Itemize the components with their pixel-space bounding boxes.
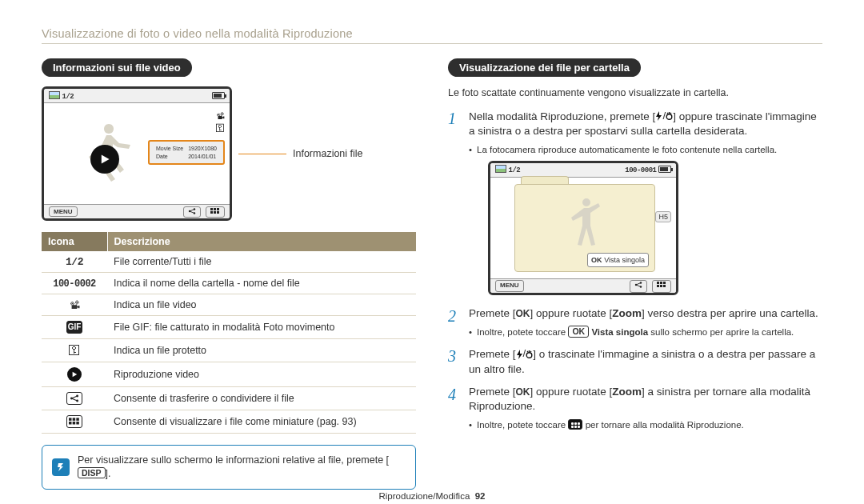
divider <box>42 43 822 44</box>
section-heading-left: Informazioni sui file video <box>42 58 192 77</box>
battery-icon <box>658 166 671 173</box>
svg-rect-26 <box>660 285 662 287</box>
disp-button: DISP <box>78 467 106 479</box>
thumbnails-icon[interactable] <box>206 206 225 218</box>
svg-rect-13 <box>73 418 76 421</box>
table-row: Consente di trasferire o condividere il … <box>42 387 416 410</box>
menu-button[interactable]: MENU <box>495 280 524 292</box>
share-icon <box>66 392 82 405</box>
counter-icon: 1/2 <box>66 256 83 268</box>
person-silhouette <box>567 195 606 258</box>
play-icon <box>67 367 82 382</box>
landscape-icon <box>495 165 506 173</box>
svg-rect-17 <box>76 422 79 425</box>
landscape-icon <box>49 91 60 99</box>
col-icona: Icona <box>42 232 107 251</box>
sub-bullet: Inoltre, potete toccare per tornare alla… <box>469 418 822 431</box>
table-row: ⚿Indica un file protetto <box>42 339 416 362</box>
step-3: Premete [/] o trascinate l'immagine a si… <box>448 346 822 377</box>
table-row: 100-0002Indica il nome della cartella - … <box>42 273 416 294</box>
gif-icon: GIF <box>66 321 82 334</box>
single-view-button[interactable]: OK Vista singola <box>587 253 649 267</box>
play-icon[interactable] <box>90 145 119 174</box>
svg-rect-7 <box>214 211 216 214</box>
intro-text: Le foto scattate continuamente vengono v… <box>448 86 822 101</box>
table-row: 📽Indica un file video <box>42 294 416 316</box>
movie-camera-icon: 📽 <box>216 111 225 121</box>
note-text-post: ]. <box>106 468 111 479</box>
svg-rect-24 <box>663 282 666 284</box>
lock-key-icon: ⚿ <box>215 122 225 134</box>
svg-rect-27 <box>663 285 666 287</box>
section-heading-right: Visualizzazione dei file per cartella <box>448 58 641 77</box>
step-4: Premete [OK] oppure ruotate [Zoom] a sin… <box>448 385 822 432</box>
movie-camera-icon: 📽 <box>70 299 80 311</box>
svg-rect-16 <box>73 422 76 425</box>
icon-description-table: Icona Descrizione 1/2File corrente/Tutti… <box>42 232 416 434</box>
ok-button: OK <box>516 386 530 398</box>
share-icon[interactable] <box>630 280 647 293</box>
svg-rect-8 <box>217 211 219 214</box>
svg-rect-14 <box>76 418 79 421</box>
svg-rect-4 <box>214 208 216 210</box>
video-counter: 1/2 <box>62 93 74 101</box>
svg-rect-23 <box>660 282 662 284</box>
svg-rect-12 <box>69 418 72 421</box>
callout-label: Informazioni file <box>293 148 363 159</box>
svg-rect-22 <box>657 282 659 284</box>
col-descrizione: Descrizione <box>107 232 416 251</box>
step-2: Premete [OK] oppure ruotate [Zoom] verso… <box>448 306 822 338</box>
svg-rect-6 <box>210 211 213 214</box>
svg-rect-25 <box>657 285 659 287</box>
table-row: Riproduzione video <box>42 362 416 387</box>
step-1: Nella modalità Riproduzione, premete [/]… <box>448 109 822 299</box>
folder-file-number: 100-0001 <box>625 166 656 174</box>
thumbnails-icon <box>66 415 82 428</box>
battery-icon <box>212 92 225 99</box>
folder-preview-thumbnail: 1/2 100-0001 OK Vista singola <box>488 161 678 295</box>
flash-timer-icon: / <box>516 346 534 361</box>
share-icon[interactable] <box>183 206 201 218</box>
page-footer: Riproduzione/Modifica 92 <box>0 491 864 501</box>
steps-list: Nella modalità Riproduzione, premete [/]… <box>448 109 822 432</box>
thumbnails-icon[interactable] <box>652 280 671 293</box>
thumbnails-icon <box>568 419 582 430</box>
video-preview-thumbnail: 1/2 📽 ⚿ Movie Size192 <box>42 86 232 221</box>
folder-file-number-icon: 100-0002 <box>53 278 96 290</box>
info-icon <box>52 458 70 476</box>
folder-counter: 1/2 <box>509 166 521 174</box>
table-row: Consente di visualizzare i file come min… <box>42 410 416 434</box>
svg-point-18 <box>666 114 672 119</box>
ok-button: OK <box>568 326 589 338</box>
sub-bullet: La fotocamera riproduce automaticamente … <box>469 143 822 156</box>
svg-rect-15 <box>69 422 72 425</box>
menu-button[interactable]: MENU <box>49 206 78 217</box>
note-text-pre: Per visualizzare sullo schermo le inform… <box>78 454 389 466</box>
step-body: Premete [OK] oppure ruotate [Zoom] verso… <box>469 306 822 338</box>
svg-point-28 <box>526 352 532 358</box>
callout-leader <box>238 154 286 154</box>
frame-count-badge: H5 <box>655 211 671 222</box>
ok-button: OK <box>516 308 530 319</box>
file-info-overlay: Movie Size1920X1080 Date2014/01/01 <box>148 140 225 165</box>
flash-timer-icon: / <box>655 109 673 123</box>
svg-rect-5 <box>217 208 219 210</box>
lock-key-icon: ⚿ <box>68 343 81 357</box>
svg-rect-3 <box>210 208 213 210</box>
table-row: GIFFile GIF: file catturato in modalità … <box>42 316 416 339</box>
step-body: Premete [OK] oppure ruotate [Zoom] a sin… <box>469 385 822 432</box>
page-title: Visualizzazione di foto o video nella mo… <box>42 27 822 40</box>
table-row: 1/2File corrente/Tutti i file <box>42 251 416 273</box>
info-note: Per visualizzare sullo schermo le inform… <box>42 445 416 490</box>
sub-bullet: Inoltre, potete toccare OK Vista singola… <box>469 326 822 338</box>
